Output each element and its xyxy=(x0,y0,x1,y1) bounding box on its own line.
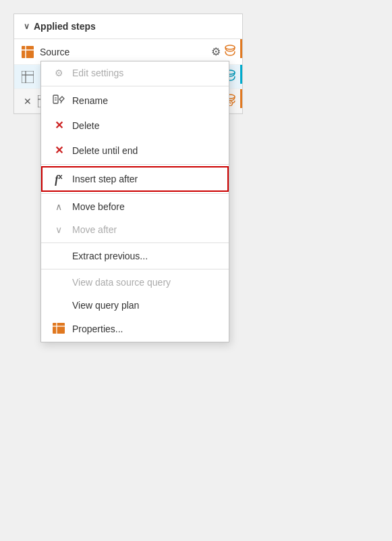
view-query-plan-label: View query plan xyxy=(72,300,139,311)
view-data-source-query-label: View data source query xyxy=(72,277,171,288)
rename-label: Rename xyxy=(72,95,108,106)
delete-until-end-icon: ✕ xyxy=(52,144,65,157)
svg-rect-15 xyxy=(53,95,58,103)
svg-rect-0 xyxy=(22,46,34,58)
edit-settings-label: Edit settings xyxy=(72,68,123,78)
menu-edit-settings[interactable]: ⚙ Edit settings xyxy=(41,61,229,84)
source-icon xyxy=(21,45,34,59)
chevron-icon: ∨ xyxy=(24,22,30,31)
source-label: Source xyxy=(40,47,210,57)
svg-point-3 xyxy=(225,45,235,49)
move-after-icon: ∨ xyxy=(52,224,65,235)
move-before-icon: ∧ xyxy=(52,201,65,212)
delete-until-end-label: Delete until end xyxy=(72,145,138,156)
insert-step-icon: fx xyxy=(52,172,65,186)
menu-properties[interactable]: Properties... xyxy=(41,317,229,342)
move-before-label: Move before xyxy=(72,201,125,212)
delete-label: Delete xyxy=(72,120,99,131)
panel-title: Applied steps xyxy=(34,21,96,32)
properties-icon xyxy=(52,323,65,336)
menu-extract-previous[interactable]: Extract previous... xyxy=(41,244,229,267)
menu-delete[interactable]: ✕ Delete xyxy=(41,113,229,138)
svg-rect-4 xyxy=(22,71,34,83)
menu-divider-5 xyxy=(41,269,229,269)
delete-icon: ✕ xyxy=(52,119,65,132)
menu-view-query-plan[interactable]: View query plan xyxy=(41,294,229,317)
renamed-bar xyxy=(240,89,242,108)
menu-view-data-source-query[interactable]: View data source query xyxy=(41,271,229,294)
panel-header: ∨ Applied steps xyxy=(14,14,242,38)
source-gear-icon[interactable]: ⚙ xyxy=(210,44,222,59)
rename-icon xyxy=(52,94,65,107)
menu-rename[interactable]: Rename xyxy=(41,88,229,113)
navigation-icon xyxy=(21,70,34,84)
menu-delete-until-end[interactable]: ✕ Delete until end xyxy=(41,138,229,163)
move-after-label: Move after xyxy=(72,224,117,235)
edit-settings-icon: ⚙ xyxy=(52,68,65,78)
insert-step-label: Insert step after xyxy=(72,174,138,184)
menu-insert-step-after[interactable]: fx Insert step after xyxy=(41,166,229,192)
extract-previous-label: Extract previous... xyxy=(72,251,148,261)
svg-rect-19 xyxy=(53,323,65,334)
menu-divider-1 xyxy=(41,86,229,86)
menu-move-before[interactable]: ∧ Move before xyxy=(41,195,229,218)
navigation-bar xyxy=(240,65,242,84)
menu-divider-2 xyxy=(41,164,229,165)
context-menu: ⚙ Edit settings Rename ✕ Delete ✕ Delete… xyxy=(40,61,229,342)
source-bar xyxy=(240,39,242,58)
source-actions: ⚙ xyxy=(210,44,235,59)
menu-move-after[interactable]: ∨ Move after xyxy=(41,218,229,241)
source-db-icon xyxy=(225,45,235,59)
svg-line-18 xyxy=(61,101,61,103)
renamed-close-icon[interactable]: ✕ xyxy=(21,95,34,108)
menu-divider-3 xyxy=(41,193,229,194)
menu-divider-4 xyxy=(41,242,229,243)
properties-label: Properties... xyxy=(72,324,123,334)
